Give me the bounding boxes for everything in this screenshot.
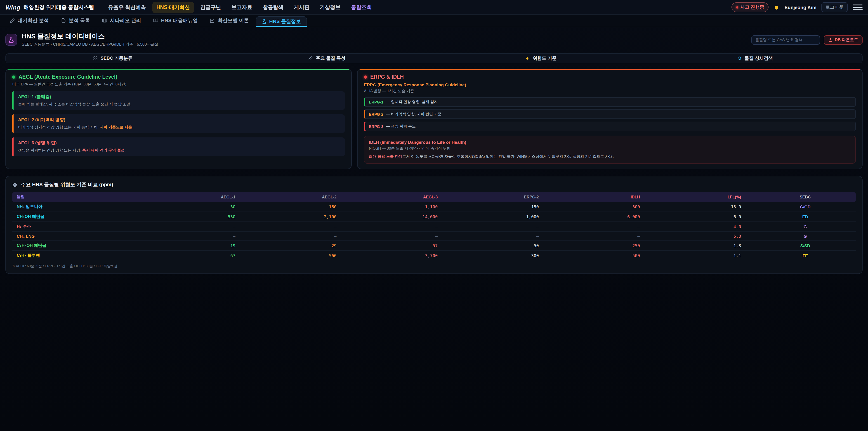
table-cell: 6,000	[553, 212, 653, 222]
section-sebc-classification[interactable]: SEBC 거동분류	[6, 54, 220, 63]
tab-label: 대기확산 분석	[18, 17, 49, 24]
incident-status-badge[interactable]: 사고 진행중	[731, 2, 769, 12]
column-header-erpg2: ERPG-2	[451, 192, 552, 202]
main-nav: 유출유 확산예측 HNS·대기확산 긴급구난 보고자료 항공탐색 게시판 기상정…	[104, 2, 376, 13]
page-title: HNS 물질정보 데이터베이스	[22, 32, 158, 41]
table-row-ammonia: NH₃ 암모니아 30 160 1,100 150 300 15.0 G/GD	[12, 202, 856, 212]
section-label: SEBC 거동분류	[101, 55, 132, 61]
aegl-subtitle: 미국 EPA — 일반인 급성 노출 기준 (10분, 30분, 60분, 4시…	[12, 82, 345, 87]
db-download-button[interactable]: DB 다운로드	[824, 35, 863, 44]
table-cell: 30	[148, 202, 249, 212]
table-cell: 160	[249, 202, 350, 212]
section-label: 위험도 기준	[533, 55, 557, 61]
nav-item-oil-spill[interactable]: 유출유 확산예측	[104, 2, 150, 13]
tab-scenario-management[interactable]: 시나리오 관리	[97, 15, 147, 27]
red-dot-icon	[364, 75, 367, 79]
idlh-block: IDLH (Immediately Dangerous to Life or H…	[364, 135, 856, 164]
aegl-level-3: AEGL-3 (생명 위협) 생명을 위협하는 건강 영향 또는 사망. 즉시 …	[12, 137, 345, 156]
user-name: Eunjeong Kim	[784, 4, 816, 10]
table-cell: 300	[553, 202, 653, 212]
top-navbar: Wing 해양환경 위기대응 통합시스템 유출유 확산예측 HNS·대기확산 긴…	[0, 0, 868, 15]
aegl-level-3-desc: 생명을 위협하는 건강 영향 또는 사망. 즉시 대피·격리 구역 설정.	[18, 148, 340, 153]
aegl-level-1: AEGL-1 (불쾌감) 눈에 띄는 불쾌감, 자극 또는 비감각적 증상. 노…	[12, 91, 345, 110]
tab-analysis-list[interactable]: 분석 목록	[56, 15, 95, 27]
flask-icon	[261, 19, 267, 24]
table-cell: 3,700	[350, 251, 451, 260]
table-body: NH₃ 암모니아 30 160 1,100 150 300 15.0 G/GD …	[12, 202, 856, 260]
tab-label: HNS 대응매뉴얼	[161, 17, 198, 24]
table-cell: 19	[148, 241, 249, 251]
nav-item-aerial-search[interactable]: 항공탐색	[258, 2, 287, 13]
substance-cell: H₂ 수소	[12, 222, 148, 232]
table-cell: 560	[249, 251, 350, 260]
app-window: Wing 해양환경 위기대응 통합시스템 유출유 확산예측 HNS·대기확산 긴…	[0, 0, 868, 431]
sebc-cell: ED	[754, 212, 856, 222]
nav-item-reports[interactable]: 보고자료	[227, 2, 256, 13]
substance-search-input[interactable]	[751, 35, 820, 44]
table-header: 물질 AEGL-1 AEGL-2 AEGL-3 ERPG-2 IDLH LFL(…	[12, 192, 856, 202]
erpg-level-3: ERPG-3 — 생명 위협 농도	[364, 122, 856, 131]
table-row-lng: CH₄ LNG – – – – – 5.0 G	[12, 232, 856, 241]
search-icon	[737, 56, 742, 61]
hamburger-menu-button[interactable]	[852, 3, 863, 11]
tab-label: 확산모델 이론	[218, 17, 249, 24]
erpg-heading: ERPG (Emergency Response Planning Guidel…	[364, 82, 856, 87]
table-cell: –	[249, 222, 350, 232]
grid-icon	[12, 182, 18, 187]
comparison-table-card: 주요 HNS 물질별 위험도 기준 비교 (ppm) 물질 AEGL-1 AEG…	[5, 176, 863, 274]
aegl-panel-title: AEGL (Acute Exposure Guideline Level)	[12, 74, 345, 80]
table-row-hydrogen: H₂ 수소 – – – – – 4.0 G	[12, 222, 856, 232]
sub-tabbar: 대기확산 분석 분석 목록 시나리오 관리 HNS 대응매뉴얼 확산모델 이론 …	[0, 15, 868, 27]
hazard-comparison-table: 물질 AEGL-1 AEGL-2 AEGL-3 ERPG-2 IDLH LFL(…	[12, 192, 856, 260]
nav-item-hns-dispersion[interactable]: HNS·대기확산	[152, 2, 194, 13]
table-cell: –	[553, 232, 653, 241]
table-cell: 500	[553, 251, 653, 260]
tab-hns-response-manual[interactable]: HNS 대응매뉴얼	[148, 15, 203, 27]
erpg-panel-title: ERPG & IDLH	[364, 74, 856, 80]
table-row-toluene: C₇H₈ 톨루엔 67 560 3,700 300 500 1.1 FE	[12, 251, 856, 260]
nav-item-rescue[interactable]: 긴급구난	[196, 2, 225, 13]
table-cell: 57	[350, 241, 451, 251]
column-header-idlh: IDLH	[553, 192, 653, 202]
erpg-level-1: ERPG-1 — 일시적 건강 영향, 냄새 감지	[364, 97, 856, 107]
topbar-right: 사고 진행중 Eunjeong Kim 로그아웃	[731, 2, 863, 12]
section-key-properties[interactable]: 주요 물질 특성	[220, 54, 434, 63]
logout-button[interactable]: 로그아웃	[822, 2, 848, 12]
idlh-heading: IDLH (Immediately Dangerous to Life or H…	[369, 140, 851, 145]
table-cell: 15.0	[653, 202, 754, 212]
notifications-button[interactable]	[774, 4, 780, 10]
tab-dispersion-model-theory[interactable]: 확산모델 이론	[205, 15, 254, 27]
column-header-sebc: SEBC	[754, 192, 856, 202]
erpg-level-1-name: ERPG-1	[369, 100, 383, 104]
incident-badge-label: 사고 진행중	[740, 4, 764, 10]
table-cell: –	[249, 232, 350, 241]
table-cell: –	[148, 222, 249, 232]
erpg-title-text: ERPG & IDLH	[370, 74, 404, 80]
section-hazard-criteria[interactable]: 위험도 기준	[434, 54, 648, 63]
app-title: 해양환경 위기대응 통합시스템	[24, 4, 94, 11]
idlh-description: 최대 허용 노출 한계로서 이 농도를 초과하면 자급식 호흡장치(SCBA) …	[369, 154, 851, 160]
erpg-level-2-name: ERPG-2	[369, 112, 383, 116]
nav-item-board[interactable]: 게시판	[290, 2, 313, 13]
table-cell: 4.0	[653, 222, 754, 232]
section-detail-search[interactable]: 물질 상세검색	[648, 54, 862, 63]
aegl-level-1-name: AEGL-1 (불쾌감)	[18, 94, 340, 100]
erpg-level-2: ERPG-2 — 비가역적 영향, 대피 판단 기준	[364, 110, 856, 119]
table-footnote: ※ AEGL: 60분 기준 / ERPG: 1시간 노출 / IDLH: 30…	[12, 264, 856, 269]
table-cell: 1.8	[653, 241, 754, 251]
tab-label: HNS 물질정보	[269, 18, 301, 25]
page-actions: DB 다운로드	[751, 35, 863, 44]
table-cell: 50	[451, 241, 552, 251]
table-cell: 14,000	[350, 212, 451, 222]
table-row-ethanol: C₂H₅OH 에탄올 19 29 57 50 250 1.8 S/SD	[12, 241, 856, 251]
table-cell: 150	[451, 202, 552, 212]
tab-dispersion-analysis[interactable]: 대기확산 분석	[4, 15, 54, 27]
tab-hns-substance-info[interactable]: HNS 물질정보	[256, 16, 307, 27]
nav-item-weather[interactable]: 기상정보	[316, 2, 345, 13]
bell-icon	[774, 4, 780, 10]
table-cell: 29	[249, 241, 350, 251]
page-header: HNS 물질정보 데이터베이스 SEBC 거동분류 · CHRIS/CAMEO …	[0, 27, 868, 51]
column-header-substance: 물질	[12, 192, 148, 202]
sebc-cell: G/GD	[754, 202, 856, 212]
nav-item-integrated-search[interactable]: 통합조회	[347, 2, 376, 13]
